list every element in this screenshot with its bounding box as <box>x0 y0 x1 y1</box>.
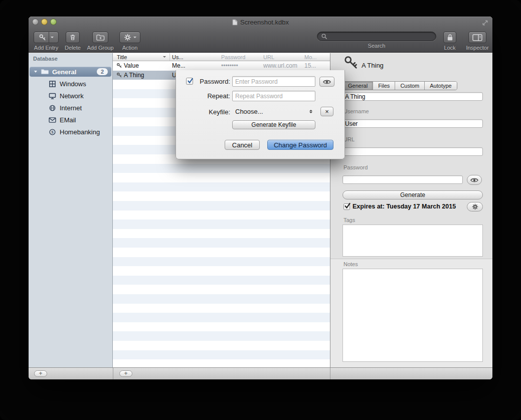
title-field[interactable] <box>342 92 483 101</box>
sidebar-item-label: Homebanking <box>60 128 100 136</box>
tab-general[interactable]: General <box>343 82 373 90</box>
password-input[interactable] <box>232 76 315 87</box>
search-label: Search <box>317 43 436 49</box>
entry-url-cell: www.url.com <box>263 62 297 69</box>
search-toolbar-item: Search <box>317 32 436 49</box>
password-settings-button[interactable] <box>467 202 483 212</box>
stepper-icon <box>309 110 312 114</box>
sidebar-group-general[interactable]: General 2 <box>30 67 111 77</box>
repeat-label: Repeat: <box>191 92 230 100</box>
reveal-password-button[interactable] <box>467 175 482 185</box>
column-divider <box>169 53 170 61</box>
entry-password-cell: •••••••• <box>221 62 238 69</box>
bottom-bar-divider <box>113 368 113 379</box>
tab-files[interactable]: Files <box>373 82 395 90</box>
add-entry-toolbar-item: Add Entry <box>32 32 61 51</box>
sidebar-section-header: Database <box>33 56 58 62</box>
column-header-title[interactable]: Title <box>117 54 127 60</box>
sidebar-item-homebanking[interactable]: $ Homebanking <box>29 126 112 138</box>
add-entry-plus-button[interactable]: + <box>119 370 132 377</box>
change-password-button[interactable]: Change Password <box>267 140 333 150</box>
notes-box[interactable] <box>342 269 483 362</box>
clear-keyfile-button[interactable]: × <box>320 107 333 116</box>
gear-icon <box>472 203 478 210</box>
generate-keyfile-button[interactable]: Generate Keyfile <box>232 120 315 129</box>
username-field[interactable] <box>342 119 483 128</box>
tab-custom[interactable]: Custom <box>395 82 425 90</box>
column-header-password[interactable]: Password <box>221 54 245 60</box>
inspector-toolbar-item: Inspector <box>465 32 489 51</box>
action-button[interactable] <box>119 32 140 43</box>
search-icon <box>321 33 327 40</box>
search-input[interactable] <box>330 33 432 41</box>
action-toolbar-item: Action <box>117 32 143 51</box>
change-password-dialog: Password: Repeat: Keyfile: Choose... × G… <box>176 70 345 159</box>
screen-background: Screenshot.kdbx Add Entry <box>0 0 521 420</box>
delete-button[interactable] <box>66 32 80 43</box>
key-icon <box>39 34 46 41</box>
window-title: Screenshot.kdbx <box>240 19 289 26</box>
disclosure-triangle-icon[interactable] <box>34 71 37 73</box>
column-header-username[interactable]: Us... <box>172 54 184 60</box>
password-label: Password <box>343 164 368 170</box>
lock-label: Lock <box>441 45 459 51</box>
entry-title-cell: Value <box>124 62 139 69</box>
keyfile-label: Keyfile: <box>191 108 230 116</box>
group-count-badge: 2 <box>97 68 108 75</box>
url-label: URL <box>343 136 355 142</box>
trash-icon <box>69 34 76 41</box>
entry-title-cell: A Thing <box>124 72 144 79</box>
column-header-url[interactable]: URL <box>263 54 274 60</box>
tags-box[interactable] <box>342 225 483 257</box>
entry-row[interactable]: Value Me... •••••••• www.url.com 15... <box>113 61 330 71</box>
add-group-plus-button[interactable]: + <box>34 370 47 377</box>
title-area: Screenshot.kdbx <box>29 18 492 27</box>
add-group-toolbar-item: Add Group <box>85 32 116 51</box>
sidebar-item-label: Internet <box>60 104 82 112</box>
url-field[interactable] <box>342 147 483 156</box>
sidebar-item-internet[interactable]: Internet <box>29 102 112 114</box>
expires-label: Expires at: Tuesday 17 March 2015 <box>353 203 456 210</box>
add-entry-label: Add Entry <box>32 45 61 51</box>
lock-toolbar-item: Lock <box>441 32 459 51</box>
tab-autotype[interactable]: Autotype <box>425 82 456 90</box>
fullscreen-icon[interactable] <box>482 19 488 26</box>
key-icon <box>116 63 122 70</box>
sidebar-item-network[interactable]: Network <box>29 90 112 102</box>
add-group-label: Add Group <box>85 45 116 51</box>
tags-label: Tags <box>343 217 355 223</box>
action-label: Action <box>117 45 143 51</box>
delete-toolbar-item: Delete <box>64 32 82 51</box>
delete-label: Delete <box>64 45 82 51</box>
keyfile-popup-value: Choose... <box>232 108 263 115</box>
add-entry-button[interactable] <box>34 32 59 43</box>
username-label: Username <box>343 108 369 114</box>
svg-text:$: $ <box>51 130 54 134</box>
expires-checkbox[interactable] <box>343 203 350 210</box>
inspector-button[interactable] <box>468 32 486 43</box>
search-field[interactable] <box>317 32 436 41</box>
keyfile-popup[interactable]: Choose... <box>232 106 315 117</box>
password-field[interactable] <box>342 175 463 184</box>
lock-button[interactable] <box>443 32 456 43</box>
envelope-icon <box>48 116 56 124</box>
repeat-password-input[interactable] <box>232 91 315 101</box>
entry-key-icon <box>343 55 359 72</box>
checkmark-icon <box>344 202 351 212</box>
chevron-down-icon <box>133 37 136 38</box>
list-header: Title Us... Password URL Mo... <box>113 53 330 61</box>
banking-icon: $ <box>48 128 56 136</box>
sort-indicator-icon <box>163 56 166 58</box>
add-group-button[interactable] <box>92 32 108 43</box>
cancel-button[interactable]: Cancel <box>225 140 260 150</box>
lock-icon <box>447 34 453 41</box>
folder-icon <box>41 69 49 75</box>
window-titlebar[interactable]: Screenshot.kdbx <box>29 17 492 28</box>
reveal-password-button[interactable] <box>319 77 334 87</box>
generate-password-button[interactable]: Generate <box>342 190 483 199</box>
sidebar-item-label: EMail <box>60 116 76 124</box>
column-header-modified[interactable]: Mo... <box>304 54 316 60</box>
sidebar-item-windows[interactable]: Windows <box>29 78 112 90</box>
sidebar-item-email[interactable]: EMail <box>29 114 112 126</box>
notes-label: Notes <box>343 261 358 267</box>
